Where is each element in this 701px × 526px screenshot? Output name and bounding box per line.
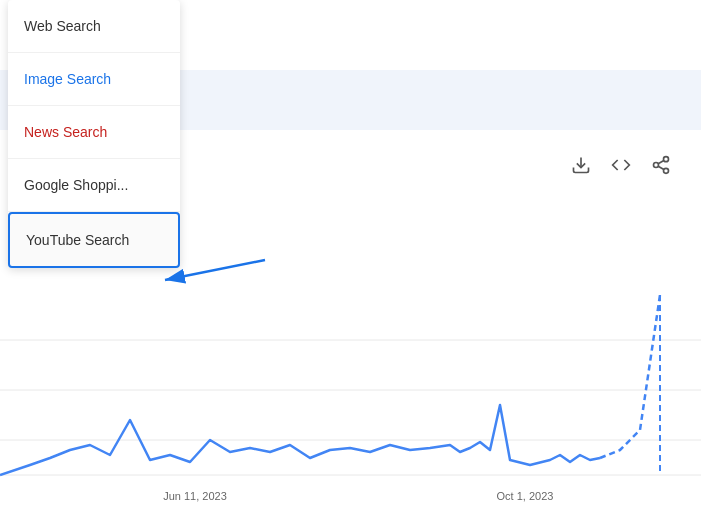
svg-point-5 [664,168,669,173]
code-icon[interactable] [611,155,631,180]
svg-line-7 [658,160,664,163]
download-icon[interactable] [571,155,591,180]
share-icon[interactable] [651,155,671,180]
toolbar-icons [571,155,671,180]
svg-point-4 [654,163,659,168]
svg-text:Oct 1, 2023: Oct 1, 2023 [497,490,554,502]
svg-point-3 [664,157,669,162]
menu-item-image-search[interactable]: Image Search [8,53,180,106]
svg-line-6 [658,166,664,169]
dropdown-menu: Web Search Image Search News Search Goog… [8,0,180,268]
chart-area: Jun 11, 2023 Oct 1, 2023 [0,290,701,526]
menu-item-web-search[interactable]: Web Search [8,0,180,53]
menu-item-news-search[interactable]: News Search [8,106,180,159]
svg-line-1 [165,260,265,280]
arrow-annotation [155,245,275,299]
svg-text:Jun 11, 2023: Jun 11, 2023 [163,490,227,502]
menu-item-google-shopping[interactable]: Google Shoppi... [8,159,180,212]
